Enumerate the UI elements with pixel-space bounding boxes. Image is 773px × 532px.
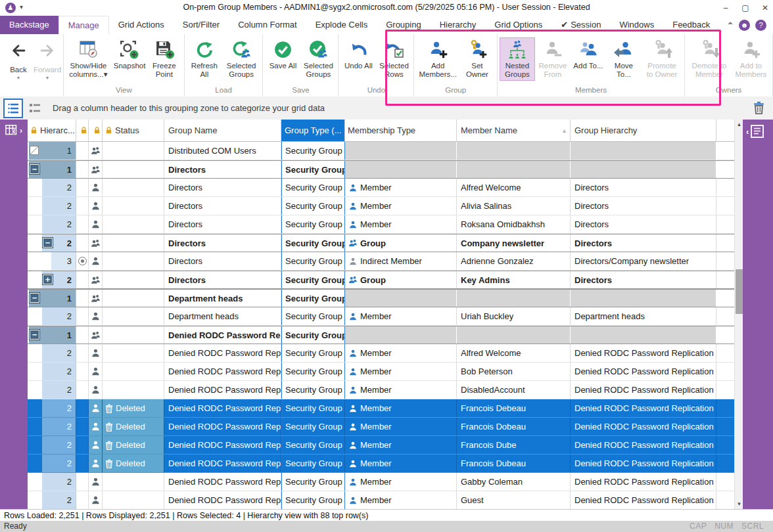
group-name-cell: Directors bbox=[164, 252, 281, 270]
people-icon bbox=[91, 146, 101, 156]
column-header-hierarchy[interactable]: Hierarc... bbox=[28, 120, 76, 141]
group-type-cell: Security Group bbox=[281, 491, 345, 509]
column-header-status[interactable]: Status bbox=[103, 120, 164, 141]
close-button[interactable]: ✕ bbox=[756, 0, 773, 16]
status-cell bbox=[103, 197, 164, 215]
table-row[interactable]: 2Denied RODC Password Replication GroupS… bbox=[28, 491, 734, 509]
table-row[interactable]: 1−DirectorsSecurity Group bbox=[28, 160, 734, 179]
promote-to-owner-button[interactable]: Promote to Owner bbox=[642, 37, 682, 81]
tab-session[interactable]: ✔Session bbox=[551, 16, 610, 34]
group-icon bbox=[348, 238, 358, 248]
column-header-membership-type[interactable]: Membership Type bbox=[345, 120, 457, 141]
membership-type-cell: Member bbox=[345, 491, 457, 509]
table-row[interactable]: 1−Department headsSecurity Group bbox=[28, 289, 734, 307]
table-row[interactable]: 2DirectorsSecurity GroupMemberAlfred Wel… bbox=[28, 179, 734, 197]
move-to-button[interactable]: Move To... bbox=[606, 37, 642, 81]
column-header-group-name[interactable]: Group Name bbox=[164, 120, 281, 141]
undo-all-button[interactable]: Undo All bbox=[340, 37, 376, 72]
show-hide-columns-button[interactable]: Show/Hide columns...▾ bbox=[66, 37, 111, 81]
group-hierarchy-cell bbox=[571, 142, 716, 160]
collapse-ribbon-icon[interactable]: ⌃ bbox=[727, 21, 734, 30]
maximize-button[interactable]: ▢ bbox=[736, 0, 755, 16]
table-row[interactable]: 3DirectorsSecurity GroupIndirect MemberA… bbox=[28, 252, 734, 271]
column-header-rowtype[interactable] bbox=[89, 120, 103, 141]
tab-column-format[interactable]: Column Format bbox=[229, 16, 306, 34]
tab-feedback[interactable]: Feedback bbox=[663, 16, 719, 34]
table-row[interactable]: 2Department headsSecurity GroupMemberUri… bbox=[28, 307, 734, 326]
table-row[interactable]: 2DeletedDenied RODC Password Replication… bbox=[28, 436, 734, 454]
table-row[interactable]: 2DirectorsSecurity GroupMemberRoksana Om… bbox=[28, 215, 734, 234]
people-icon bbox=[91, 330, 101, 340]
tab-windows[interactable]: Windows bbox=[610, 16, 663, 34]
set-owner-button[interactable]: Set Owner bbox=[459, 37, 495, 81]
expand-toggle[interactable]: + bbox=[43, 275, 53, 284]
status-cell bbox=[103, 307, 164, 325]
contact-icon[interactable]: ☻ bbox=[739, 20, 750, 31]
tab-manage[interactable]: Manage bbox=[59, 16, 109, 34]
member-name-cell: Bob Peterson bbox=[457, 363, 571, 380]
add-to-button[interactable]: Add To... bbox=[571, 37, 606, 72]
nested-groups-button[interactable]: Nested Groups bbox=[500, 37, 535, 81]
collapse-toggle[interactable]: − bbox=[30, 293, 39, 303]
member-name-cell: Francois Debeau bbox=[457, 399, 571, 417]
row-type-cell bbox=[89, 454, 103, 472]
table-row[interactable]: 1Distributed COM UsersSecurity Group bbox=[28, 142, 734, 160]
collapse-toggle[interactable]: − bbox=[30, 164, 39, 174]
demote-to-member-button[interactable]: Demote to Member bbox=[687, 37, 732, 81]
minimize-button[interactable]: – bbox=[716, 0, 735, 16]
tab-sort-filter[interactable]: Sort/Filter bbox=[174, 16, 229, 34]
freeze-point-button[interactable]: Freeze Point bbox=[147, 37, 182, 81]
help-icon[interactable]: ? bbox=[755, 20, 766, 31]
scrollbar-thumb[interactable] bbox=[736, 269, 743, 314]
tab-grid-actions[interactable]: Grid Actions bbox=[109, 16, 174, 34]
group-type-cell: Security Group bbox=[281, 363, 345, 380]
refresh-all-button[interactable]: Refresh All bbox=[187, 37, 222, 81]
table-row[interactable]: 2DeletedDenied RODC Password Replication… bbox=[28, 399, 734, 418]
table-row[interactable]: 2Denied RODC Password Replication GroupS… bbox=[28, 344, 734, 363]
vertical-scrollbar[interactable]: ▲ ▼ bbox=[734, 120, 743, 509]
column-header-group-hierarchy[interactable]: Group Hierarchy bbox=[571, 120, 716, 141]
save-all-button[interactable]: Save All bbox=[265, 37, 300, 72]
add-members-button[interactable]: Add Members... bbox=[416, 37, 459, 81]
forward-button[interactable]: Forward▾ bbox=[33, 37, 62, 97]
trash-icon[interactable] bbox=[753, 101, 764, 114]
table-row[interactable]: 2Denied RODC Password Replication GroupS… bbox=[28, 381, 734, 399]
member-icon bbox=[348, 349, 358, 358]
tab-grid-options[interactable]: Grid Options bbox=[485, 16, 551, 34]
add-to-members-button[interactable]: Add to Members bbox=[732, 37, 770, 81]
hierarchy-cell: 2+ bbox=[28, 271, 76, 288]
table-row[interactable]: 2Denied RODC Password Replication GroupS… bbox=[28, 473, 734, 491]
tab-backstage[interactable]: Backstage bbox=[0, 16, 59, 34]
table-row[interactable]: 2Denied RODC Password Replication GroupS… bbox=[28, 363, 734, 381]
back-button[interactable]: Back▾ bbox=[4, 37, 33, 97]
person-icon bbox=[91, 477, 101, 487]
row-type-cell bbox=[89, 252, 103, 270]
table-row[interactable]: 1−Denied RODC Password Replication Group… bbox=[28, 326, 734, 344]
collapse-toggle[interactable]: − bbox=[30, 330, 39, 340]
panel-expand-tab[interactable]: ‹ bbox=[743, 120, 773, 138]
flat-view-toggle[interactable] bbox=[26, 100, 43, 117]
grid-corner-button[interactable]: › bbox=[0, 120, 28, 141]
table-row[interactable]: 2DeletedDenied RODC Password Replication… bbox=[28, 418, 734, 436]
table-row[interactable]: 2DeletedDenied RODC Password Replication… bbox=[28, 454, 734, 473]
grouping-zone[interactable]: Drag a column header to this grouping zo… bbox=[0, 97, 773, 120]
save-selected-groups-button[interactable]: Selected Groups bbox=[300, 37, 336, 81]
undo-selected-rows-button[interactable]: Selected Rows bbox=[376, 37, 411, 81]
collapse-toggle[interactable]: − bbox=[43, 238, 53, 248]
hierarchy-level: 2 bbox=[42, 491, 76, 509]
remove-from-button[interactable]: Remove From bbox=[535, 37, 571, 81]
tab-explode-cells[interactable]: Explode Cells bbox=[306, 16, 377, 34]
right-side-panel[interactable]: ‹ bbox=[743, 120, 773, 509]
column-header-member-name[interactable]: Member Name▲ bbox=[457, 120, 571, 141]
snapshot-button[interactable]: Snapshot bbox=[111, 37, 147, 72]
column-header-indirect[interactable] bbox=[76, 120, 89, 141]
table-row[interactable]: 2+DirectorsSecurity GroupGroupKey Admins… bbox=[28, 271, 734, 289]
hierarchy-view-toggle[interactable] bbox=[3, 99, 23, 118]
column-header-group-type[interactable]: Group Type (... bbox=[281, 120, 345, 141]
group-type-cell: Security Group bbox=[281, 179, 345, 196]
refresh-selected-groups-button[interactable]: Selected Groups bbox=[222, 37, 261, 81]
table-row[interactable]: 2−DirectorsSecurity GroupGroupCompany ne… bbox=[28, 234, 734, 252]
tab-grouping[interactable]: Grouping bbox=[377, 16, 430, 34]
tab-hierarchy[interactable]: Hierarchy bbox=[431, 16, 486, 34]
table-row[interactable]: 2DirectorsSecurity GroupMemberAlivia Sal… bbox=[28, 197, 734, 215]
